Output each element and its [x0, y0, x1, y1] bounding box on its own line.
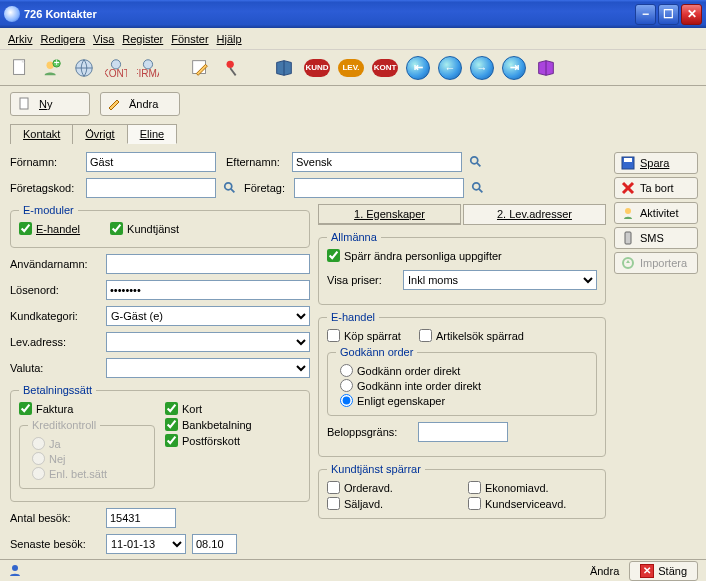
betalningssatt-legend: Betalningssätt: [19, 384, 96, 396]
new-doc-icon[interactable]: [8, 56, 32, 80]
beloppsgrans-label: Beloppsgräns:: [327, 426, 412, 438]
post-checkbox[interactable]: Postförskott: [165, 434, 301, 447]
orderavd-checkbox[interactable]: Orderavd.: [327, 481, 456, 494]
globe-icon[interactable]: [72, 56, 96, 80]
status-mode-label: Ändra: [590, 565, 619, 577]
senaste-time-input[interactable]: [192, 534, 237, 554]
tabort-button[interactable]: Ta bort: [614, 177, 698, 199]
godkann-inte-radio[interactable]: Godkänn inte order direkt: [340, 379, 588, 392]
nav-first-icon[interactable]: ⇤: [406, 56, 430, 80]
sms-icon: [621, 231, 635, 245]
menu-fonster[interactable]: Fönster: [171, 33, 208, 45]
search-kod-icon[interactable]: [222, 180, 238, 196]
svg-rect-14: [20, 98, 28, 109]
valuta-select[interactable]: [106, 358, 310, 378]
svg-point-28: [12, 565, 18, 571]
foretagskod-input[interactable]: [86, 178, 216, 198]
svg-rect-26: [625, 232, 631, 244]
window-title: 726 Kontakter: [24, 8, 635, 20]
kundservice-checkbox[interactable]: Kundserviceavd.: [468, 497, 597, 510]
anvandarnamn-label: Användarnamn:: [10, 258, 100, 270]
fornamn-label: Förnamn:: [10, 156, 80, 168]
edit-label: Ändra: [129, 98, 158, 110]
firma-icon[interactable]: FIRMA: [136, 56, 160, 80]
book-icon[interactable]: [272, 56, 296, 80]
antal-input[interactable]: [106, 508, 176, 528]
tab-egenskaper[interactable]: 1. Egenskaper: [318, 204, 461, 225]
search-foretag-icon[interactable]: [470, 180, 486, 196]
lev-oval-icon[interactable]: LEV.: [338, 59, 364, 77]
emoduler-legend: E-moduler: [19, 204, 78, 216]
losenord-input[interactable]: [106, 280, 310, 300]
app-icon: [4, 6, 20, 22]
visapriser-select[interactable]: Inkl moms: [403, 270, 597, 290]
ehandel-checkbox[interactable]: E-handel: [19, 222, 80, 235]
menu-register[interactable]: Register: [122, 33, 163, 45]
tab-levadresser[interactable]: 2. Lev.adresser: [463, 204, 606, 225]
aktivitet-button[interactable]: Aktivitet: [614, 202, 698, 224]
kundtjanst-sparrar-group: Kundtjänst spärrar Orderavd. Ekonomiavd.…: [318, 463, 606, 519]
godkann-direkt-radio[interactable]: Godkänn order direkt: [340, 364, 588, 377]
menu-visa[interactable]: Visa: [93, 33, 114, 45]
godkann-enligt-radio[interactable]: Enligt egenskaper: [340, 394, 588, 407]
beloppsgrans-input[interactable]: [418, 422, 508, 442]
kundtjanst-checkbox[interactable]: Kundtjänst: [110, 222, 179, 235]
ekonomiavd-checkbox[interactable]: Ekonomiavd.: [468, 481, 597, 494]
artikelsok-checkbox[interactable]: Artikelsök spärrad: [419, 329, 524, 342]
foretag-input[interactable]: [294, 178, 464, 198]
svg-text:FIRMA: FIRMA: [137, 68, 159, 79]
foretagskod-label: Företagskod:: [10, 182, 80, 194]
tab-ovrigt[interactable]: Övrigt: [72, 124, 127, 144]
new-label: Ny: [39, 98, 52, 110]
godkann-legend: Godkänn order: [336, 346, 417, 358]
book2-icon[interactable]: [534, 56, 558, 80]
tab-eline[interactable]: Eline: [127, 124, 177, 144]
efternamn-input[interactable]: [292, 152, 462, 172]
svg-rect-22: [624, 158, 632, 162]
nav-last-icon[interactable]: ⇥: [502, 56, 526, 80]
nav-next-icon[interactable]: →: [470, 56, 494, 80]
minimize-button[interactable]: −: [635, 4, 656, 25]
kredit-enl-radio: Enl. bet.sätt: [32, 467, 146, 480]
bank-checkbox[interactable]: Bankbetalning: [165, 418, 301, 431]
spara-button[interactable]: Spara: [614, 152, 698, 174]
allmanna-legend: Allmänna: [327, 231, 381, 243]
new-button[interactable]: Ny: [10, 92, 90, 116]
sms-button[interactable]: SMS: [614, 227, 698, 249]
kundkategori-select[interactable]: G-Gäst (e): [106, 306, 310, 326]
kundkategori-label: Kundkategori:: [10, 310, 100, 322]
kund-oval-icon[interactable]: KUND: [304, 59, 330, 77]
close-window-button[interactable]: ✕: [681, 4, 702, 25]
tab-kontakt[interactable]: Kontakt: [10, 124, 73, 144]
visapriser-label: Visa priser:: [327, 274, 397, 286]
kopsparrat-checkbox[interactable]: Köp spärrat: [327, 329, 401, 342]
maximize-button[interactable]: ☐: [658, 4, 679, 25]
allmanna-group: Allmänna Spärr ändra personliga uppgifte…: [318, 231, 606, 305]
search-name-icon[interactable]: [468, 154, 484, 170]
svg-point-15: [471, 157, 478, 164]
stang-button[interactable]: ✕ Stäng: [629, 561, 698, 581]
titlebar: 726 Kontakter − ☐ ✕: [0, 0, 706, 28]
senaste-date-select[interactable]: 11-01-13: [106, 534, 186, 554]
levadress-select[interactable]: [106, 332, 310, 352]
fornamn-input[interactable]: [86, 152, 216, 172]
faktura-checkbox[interactable]: Faktura: [19, 402, 155, 415]
toolbar: + KONT FIRMA KUND LEV. KONT ⇤ ← → ⇥: [0, 50, 706, 86]
edit-button[interactable]: Ändra: [100, 92, 180, 116]
pencil-icon: [107, 96, 123, 112]
pin-icon[interactable]: [220, 56, 244, 80]
kort-checkbox[interactable]: Kort: [165, 402, 301, 415]
new-contact-icon[interactable]: +: [40, 56, 64, 80]
saljavd-checkbox[interactable]: Säljavd.: [327, 497, 456, 510]
losenord-label: Lösenord:: [10, 284, 100, 296]
edit-icon[interactable]: [188, 56, 212, 80]
anvandarnamn-input[interactable]: [106, 254, 310, 274]
sparr-checkbox[interactable]: Spärr ändra personliga uppgifter: [327, 249, 597, 262]
nav-prev-icon[interactable]: ←: [438, 56, 462, 80]
menu-redigera[interactable]: Redigera: [40, 33, 85, 45]
kont-icon[interactable]: KONT: [104, 56, 128, 80]
kont-oval-icon[interactable]: KONT: [372, 59, 398, 77]
menu-hjalp[interactable]: Hjälp: [217, 33, 242, 45]
svg-point-25: [625, 208, 631, 214]
menu-arkiv[interactable]: Arkiv: [8, 33, 32, 45]
